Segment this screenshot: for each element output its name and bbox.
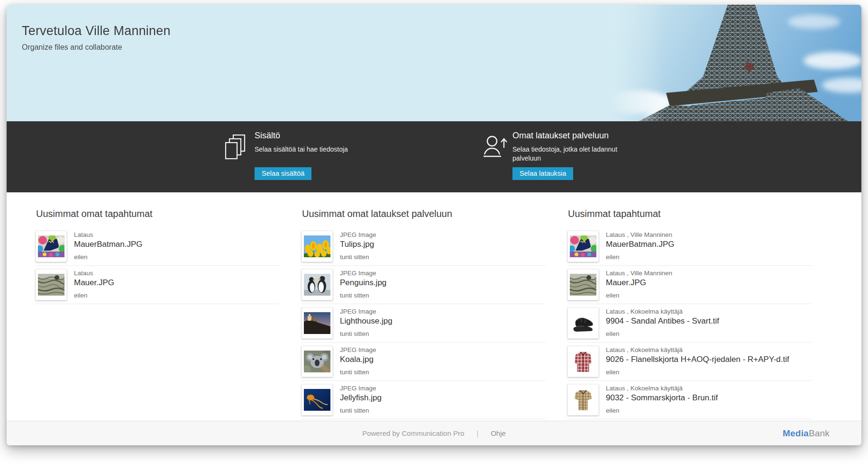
item-time: eilen	[606, 253, 675, 261]
summershirt-thumbnail	[567, 384, 599, 415]
lighthouse-thumbnail	[302, 307, 333, 339]
item-time: eilen	[606, 369, 789, 376]
item-time: eilen	[74, 292, 114, 299]
item-time: tunti sitten	[340, 369, 376, 376]
list-item[interactable]: JPEG Image Penguins.jpg tunti sitten	[302, 266, 546, 304]
item-time: tunti sitten	[340, 407, 382, 414]
item-meta: Lataus , Kokoelma käyttäjä	[606, 385, 718, 392]
item-time: tunti sitten	[340, 292, 386, 299]
item-name: 9904 - Sandal Antibes - Svart.tif	[606, 316, 719, 326]
item-name: 9032 - Sommarskjorta - Brun.tif	[606, 393, 718, 403]
powered-by-text: Powered by Communication Pro	[362, 429, 464, 437]
activity-column: Uusimmat tapahtumat Lataus , Ville Manni…	[567, 208, 812, 421]
browse-content-button[interactable]: Selaa sisältöä	[255, 167, 311, 180]
column-title: Uusimmat omat lataukset palveluun	[302, 208, 546, 219]
item-name: Lighthouse.jpg	[340, 316, 393, 326]
sandal-thumbnail	[567, 307, 599, 339]
item-meta: JPEG Image	[340, 270, 386, 277]
activity-column: Uusimmat omat lataukset palveluun JPEG I…	[302, 208, 546, 421]
item-time: tunti sitten	[340, 330, 393, 337]
item-meta: Lataus , Ville Manninen	[606, 231, 675, 238]
list-item[interactable]: Lataus Mauer.JPG eilen	[36, 266, 280, 304]
item-time: eilen	[74, 253, 143, 261]
item-name: MauerBatman.JPG	[74, 240, 143, 249]
item-name: Mauer.JPG	[606, 278, 672, 288]
mauer-thumbnail	[567, 269, 599, 300]
activity-columns: Uusimmat omat tapahtumat Lataus MauerBat…	[7, 192, 861, 421]
help-link[interactable]: Ohje	[491, 429, 506, 437]
koala-thumbnail	[302, 346, 333, 377]
footer-separator: |	[476, 429, 478, 437]
item-meta: JPEG Image	[340, 308, 393, 315]
list-item[interactable]: Lataus , Kokoelma käyttäjä 9032 - Sommar…	[567, 381, 812, 419]
activity-column: Uusimmat omat tapahtumat Lataus MauerBat…	[36, 208, 280, 421]
item-meta: JPEG Image	[340, 385, 382, 392]
content-action-title: Sisältö	[255, 131, 348, 141]
penguins-thumbnail	[302, 269, 333, 300]
documents-stack-icon	[224, 134, 246, 163]
content-action-group: Sisältö Selaa sisältöä tai hae tiedostoj…	[224, 121, 348, 192]
item-time: eilen	[606, 292, 672, 299]
list-item[interactable]: JPEG Image Koala.jpg tunti sitten	[302, 343, 546, 381]
list-item[interactable]: JPEG Image Jellyfish.jpg tunti sitten	[302, 381, 546, 419]
uploads-action-title: Omat lataukset palveluun	[512, 131, 627, 141]
item-meta: Lataus , Kokoelma käyttäjä	[606, 308, 719, 315]
uploads-action-group: Omat lataukset palveluun Selaa tiedostoj…	[482, 121, 627, 192]
logo-media-text: Media	[783, 428, 809, 438]
column-title: Uusimmat tapahtumat	[568, 208, 812, 219]
user-upload-icon	[482, 134, 508, 160]
list-item[interactable]: Lataus , Kokoelma käyttäjä 9026 - Flanel…	[567, 343, 812, 381]
logo-bank-text: Bank	[809, 428, 830, 438]
jellyfish-thumbnail	[302, 384, 333, 415]
list-item[interactable]: Lataus MauerBatman.JPG eilen	[36, 231, 280, 266]
item-name: Mauer.JPG	[74, 278, 114, 288]
item-time: tunti sitten	[340, 253, 376, 261]
browse-uploads-button[interactable]: Selaa latauksia	[512, 167, 573, 180]
mediabank-logo: MediaBank	[783, 428, 830, 439]
item-name: 9026 - Flanellskjorta H+AOQ-rjedalen - R…	[606, 355, 789, 364]
item-name: Penguins.jpg	[340, 278, 386, 288]
activity-list: Lataus , Ville Manninen MauerBatman.JPG …	[567, 231, 812, 419]
item-time: eilen	[606, 407, 718, 414]
list-item[interactable]: Lataus , Ville Manninen MauerBatman.JPG …	[567, 231, 812, 266]
uploads-action-description: Selaa tiedostoja, jotka olet ladannut pa…	[512, 145, 627, 163]
item-meta: Lataus	[74, 270, 114, 277]
page-title: Tervetuloa Ville Manninen	[22, 24, 861, 38]
item-name: Tulips.jpg	[340, 240, 376, 249]
item-meta: Lataus	[74, 231, 143, 238]
list-item[interactable]: Lataus , Ville Manninen Mauer.JPG eilen	[567, 266, 812, 304]
app-window: Tervetuloa Ville Manninen Organize files…	[7, 5, 861, 445]
list-item[interactable]: JPEG Image Lighthouse.jpg tunti sitten	[302, 304, 546, 343]
item-meta: JPEG Image	[340, 346, 376, 353]
quick-actions-bar: Sisältö Selaa sisältöä tai hae tiedostoj…	[7, 121, 861, 192]
activity-list: JPEG Image Tulips.jpg tunti sitten JPEG …	[302, 231, 546, 419]
item-meta: Lataus , Kokoelma käyttäjä	[606, 346, 789, 353]
item-name: MauerBatman.JPG	[606, 240, 675, 249]
item-meta: JPEG Image	[340, 231, 376, 238]
footer: Powered by Communication Pro | Ohje Medi…	[7, 421, 861, 445]
content-action-description: Selaa sisältöä tai hae tiedostoja	[255, 145, 348, 163]
item-meta: Lataus , Ville Manninen	[606, 270, 672, 277]
welcome-banner: Tervetuloa Ville Manninen Organize files…	[7, 5, 861, 121]
tulips-thumbnail	[302, 231, 333, 262]
list-item[interactable]: Lataus , Kokoelma käyttäjä 9904 - Sandal…	[567, 304, 812, 343]
list-item[interactable]: JPEG Image Tulips.jpg tunti sitten	[302, 231, 546, 266]
item-name: Jellyfish.jpg	[340, 393, 382, 403]
flannel-thumbnail	[567, 346, 599, 377]
item-name: Koala.jpg	[340, 355, 376, 364]
item-time: eilen	[606, 330, 719, 337]
mauerbatman-thumbnail	[36, 231, 67, 262]
mauer-thumbnail	[36, 269, 67, 300]
column-title: Uusimmat omat tapahtumat	[36, 208, 280, 219]
mauerbatman-thumbnail	[567, 231, 599, 262]
page-subtitle: Organize files and collaborate	[22, 43, 861, 52]
activity-list: Lataus MauerBatman.JPG eilen Lataus Maue…	[36, 231, 280, 304]
